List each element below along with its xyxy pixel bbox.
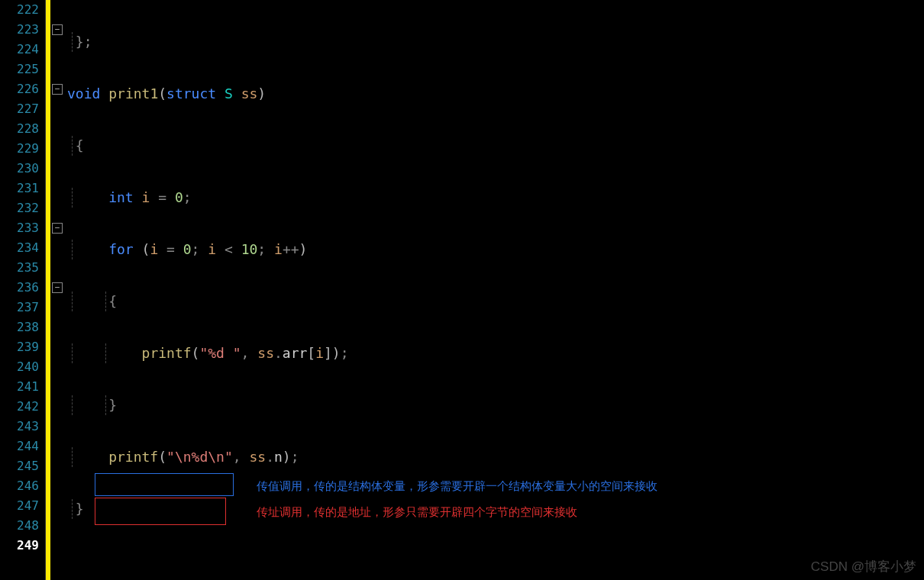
code-line: for (i = 0; i < 10; i++) [67,240,924,259]
line-number: 249 [0,536,39,556]
annotation-box-blue [95,473,234,496]
line-number: 227 [0,99,39,119]
code-line: int i = 0; [67,188,924,208]
line-number: 240 [0,357,39,377]
line-number-gutter: 2222232242252262272282292302312322332342… [0,0,46,580]
code-line: } [67,395,924,415]
line-number: 241 [0,377,39,397]
line-number: 242 [0,397,39,417]
watermark: CSDN @博客小梦 [811,558,916,575]
line-number: 228 [0,119,39,139]
fold-toggle-icon[interactable]: − [52,223,63,234]
line-number: 239 [0,337,39,357]
line-number: 237 [0,298,39,317]
code-line [67,551,924,571]
line-number: 235 [0,258,39,278]
line-number: 248 [0,516,39,536]
code-line: printf("\n%d\n", ss.n); [67,447,924,467]
fold-toggle-icon[interactable]: − [52,24,63,35]
line-number: 244 [0,437,39,456]
line-number: 246 [0,476,39,496]
line-number: 223 [0,20,39,40]
line-number: 243 [0,417,39,437]
code-line: }; [67,32,924,52]
fold-column[interactable]: −−−− [50,0,67,580]
line-number: 226 [0,79,39,99]
fold-toggle-icon[interactable]: − [52,84,63,95]
code-line: { [67,292,924,311]
fold-toggle-icon[interactable]: − [52,282,63,293]
line-number: 238 [0,317,39,337]
code-editor[interactable]: 2222232242252262272282292302312322332342… [0,0,924,580]
code-area[interactable]: }; void print1(struct S ss) { int i = 0;… [67,0,924,580]
line-number: 225 [0,60,39,79]
line-number: 231 [0,179,39,198]
code-line: void print1(struct S ss) [67,84,924,104]
line-number: 222 [0,0,39,20]
line-number: 230 [0,159,39,179]
annotation-text-blue: 传值调用，传的是结构体变量，形参需要开辟一个结构体变量大小的空间来接收 [257,479,657,494]
annotation-text-red: 传址调用，传的是地址，形参只需要开辟四个字节的空间来接收 [257,505,577,520]
line-number: 224 [0,40,39,60]
line-number: 234 [0,238,39,258]
line-number: 247 [0,496,39,516]
code-line: printf("%d ", ss.arr[i]); [67,343,924,363]
line-number: 236 [0,278,39,298]
code-line: { [67,136,924,156]
line-number: 232 [0,198,39,218]
line-number: 245 [0,456,39,476]
line-number: 229 [0,139,39,159]
line-number: 233 [0,218,39,238]
